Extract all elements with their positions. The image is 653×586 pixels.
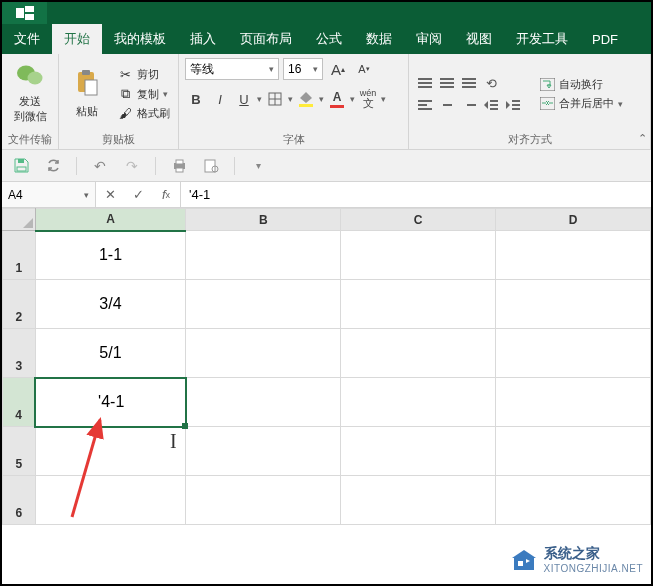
column-header-b[interactable]: B [186,209,341,231]
align-center-button[interactable] [437,95,457,115]
select-all-corner[interactable] [3,209,36,231]
print-preview-button[interactable] [202,157,220,175]
row-header-3[interactable]: 3 [3,329,36,378]
svg-rect-22 [176,160,183,164]
send-to-wechat-button[interactable]: 发送 到微信 [8,58,52,130]
name-box[interactable]: A4 ▾ [2,182,96,207]
merge-center-button[interactable]: 合并后居中 ▾ [537,95,625,112]
save-button[interactable] [12,157,30,175]
cell-b1[interactable] [186,231,341,280]
cell-d6[interactable] [496,476,651,525]
tab-formulas[interactable]: 公式 [304,24,354,54]
cell-d5[interactable] [496,427,651,476]
svg-rect-2 [25,14,34,20]
wechat-label-1: 发送 [19,94,41,109]
brush-icon: 🖌 [117,106,133,121]
font-size-select[interactable]: 16 ▾ [283,58,323,80]
italic-button[interactable]: I [209,88,231,110]
copy-button[interactable]: ⧉ 复制 ▾ [115,85,172,103]
watermark-url: XITONGZHIJIA.NET [544,563,644,574]
tab-data[interactable]: 数据 [354,24,404,54]
tab-pdf[interactable]: PDF [580,24,630,54]
tab-template[interactable]: 我的模板 [102,24,178,54]
cell-d1[interactable] [496,231,651,280]
column-header-c[interactable]: C [341,209,496,231]
align-bottom-button[interactable] [459,73,479,93]
qat-customize-button[interactable]: ▾ [249,157,267,175]
copy-icon: ⧉ [117,86,133,102]
cell-c3[interactable] [341,329,496,378]
ribbon-collapse-button[interactable]: ⌃ [638,132,647,145]
column-header-d[interactable]: D [496,209,651,231]
cell-a3[interactable]: 5/1 [35,329,186,378]
column-header-a[interactable]: A [35,209,186,231]
tab-home[interactable]: 开始 [52,24,102,54]
cell-c1[interactable] [341,231,496,280]
cancel-edit-button[interactable]: ✕ [96,187,124,202]
align-left-button[interactable] [415,95,435,115]
row-header-5[interactable]: 5 [3,427,36,476]
confirm-edit-button[interactable]: ✓ [124,187,152,202]
row-header-2[interactable]: 2 [3,280,36,329]
svg-rect-27 [518,561,523,566]
cell-c2[interactable] [341,280,496,329]
cell-a4[interactable]: '4-1 [35,378,186,427]
cell-c4[interactable] [341,378,496,427]
tab-view[interactable]: 视图 [454,24,504,54]
row-header-1[interactable]: 1 [3,231,36,280]
shrink-font-button[interactable]: A▾ [353,58,375,80]
increase-indent-button[interactable] [503,95,523,115]
cell-c5[interactable] [341,427,496,476]
cell-a5[interactable] [35,427,186,476]
tab-pagelayout[interactable]: 页面布局 [228,24,304,54]
undo-button[interactable]: ↶ [91,157,109,175]
cell-b3[interactable] [186,329,341,378]
tab-developer[interactable]: 开发工具 [504,24,580,54]
print-button[interactable] [170,157,188,175]
underline-button[interactable]: U [233,88,255,110]
cell-a2[interactable]: 3/4 [35,280,186,329]
tab-review[interactable]: 审阅 [404,24,454,54]
cell-b4[interactable] [186,378,341,427]
svg-rect-19 [18,159,24,163]
fill-color-button[interactable] [295,88,317,110]
font-color-button[interactable]: A [326,88,348,110]
tab-file[interactable]: 文件 [2,24,52,54]
formula-input[interactable]: '4-1 [181,182,651,207]
merge-label: 合并后居中 [559,96,614,111]
cell-d3[interactable] [496,329,651,378]
cell-b5[interactable] [186,427,341,476]
bold-button[interactable]: B [185,88,207,110]
cell-c6[interactable] [341,476,496,525]
redo-button[interactable]: ↷ [123,157,141,175]
cell-a1[interactable]: 1-1 [35,231,186,280]
tab-insert[interactable]: 插入 [178,24,228,54]
phonetic-button[interactable]: wén文 [357,88,379,110]
align-right-button[interactable] [459,95,479,115]
cell-a6[interactable] [35,476,186,525]
row-header-4[interactable]: 4 [3,378,36,427]
paste-icon [75,70,99,102]
font-name-select[interactable]: 等线 ▾ [185,58,279,80]
grow-font-button[interactable]: A▴ [327,58,349,80]
format-painter-button[interactable]: 🖌 格式刷 [115,105,172,122]
wrap-text-button[interactable]: 自动换行 [537,76,625,93]
cell-d2[interactable] [496,280,651,329]
sync-button[interactable] [44,157,62,175]
paste-button[interactable]: 粘贴 [65,58,109,130]
worksheet-grid[interactable]: A B C D 1 1-1 2 3/4 3 5/1 4 '4- [2,208,651,525]
cell-d4[interactable] [496,378,651,427]
decrease-indent-button[interactable] [481,95,501,115]
row-header-6[interactable]: 6 [3,476,36,525]
border-button[interactable] [264,88,286,110]
cut-button[interactable]: ✂ 剪切 [115,66,172,83]
svg-rect-23 [176,168,183,172]
orientation-button[interactable]: ⟲ [481,73,501,93]
wrap-label: 自动换行 [559,77,603,92]
cell-b2[interactable] [186,280,341,329]
app-icon [2,2,47,24]
insert-function-button[interactable]: fx [152,187,180,202]
cell-b6[interactable] [186,476,341,525]
align-middle-button[interactable] [437,73,457,93]
align-top-button[interactable] [415,73,435,93]
